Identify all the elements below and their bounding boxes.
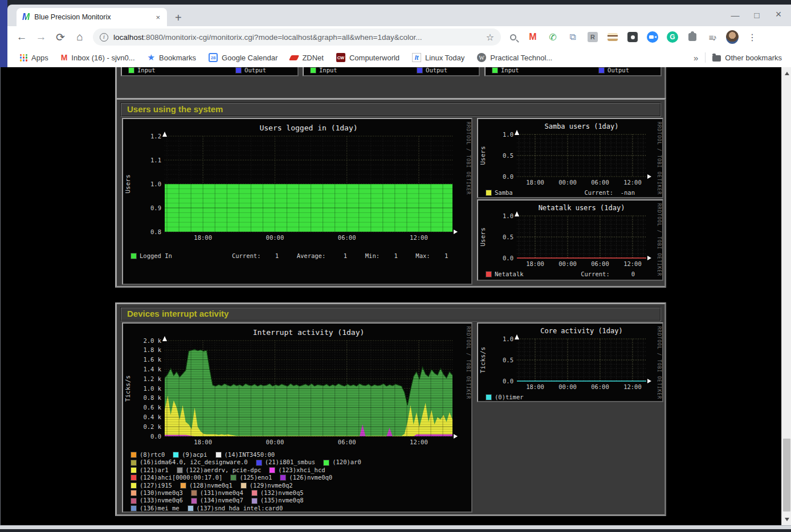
- back-icon[interactable]: ←: [12, 31, 31, 43]
- search-extension-icon[interactable]: [507, 31, 519, 43]
- bookmark-inbox[interactable]: M Inbox (16) - sjvn0...: [61, 53, 135, 62]
- bookmark-bookmarks[interactable]: ★ Bookmarks: [148, 52, 196, 63]
- svg-text:06:00: 06:00: [591, 179, 609, 186]
- svg-text:18:00: 18:00: [194, 234, 212, 241]
- legend-swatch: [241, 483, 246, 488]
- zoom-extension-icon[interactable]: [646, 31, 659, 43]
- legend-swatch: [486, 395, 491, 400]
- legend-swatch: [173, 452, 178, 457]
- scroll-down-arrow[interactable]: [782, 514, 791, 524]
- interrupt_activity-legend: (8)rtc0(9)acpi(14)INT3450:00(16)idma64.0…: [123, 451, 471, 512]
- gmail-extension-icon[interactable]: M: [527, 31, 539, 43]
- interrupts-section-title: Devices interrupt activity: [120, 307, 661, 321]
- svg-text:1.0: 1.0: [503, 335, 513, 342]
- svg-text:0.2 k: 0.2 k: [143, 423, 161, 430]
- svg-text:0.6 k: 0.6 k: [143, 404, 161, 411]
- svg-text:18:00: 18:00: [526, 260, 544, 267]
- legend-swatch: [131, 460, 136, 465]
- svg-text:00:00: 00:00: [558, 260, 577, 267]
- url-text[interactable]: localhost:8080/monitorix-cgi/monitorix.c…: [113, 33, 482, 42]
- svg-text:00:00: 00:00: [266, 234, 284, 241]
- new-tab-button[interactable]: +: [175, 11, 182, 24]
- rrdtool-watermark: RRDTOOL / TOBI OETIKER: [466, 122, 471, 195]
- svg-text:Core activity (1day): Core activity (1day): [540, 327, 623, 335]
- legend-swatch: [231, 475, 236, 480]
- svg-text:0.5: 0.5: [503, 234, 513, 240]
- bookmarks-overflow-chevron[interactable]: »: [694, 53, 698, 63]
- reload-icon[interactable]: ⟳: [51, 31, 70, 44]
- smores-extension-icon[interactable]: [606, 31, 619, 43]
- bookmark-star-icon[interactable]: ☆: [486, 32, 494, 43]
- svg-text:06:00: 06:00: [338, 234, 356, 241]
- rrdtool-watermark: RRDTOOL / TOBI OETIKER: [657, 326, 662, 399]
- legend-swatch: [270, 468, 275, 473]
- reader-extension-icon[interactable]: R: [586, 31, 599, 43]
- gmail-icon: M: [61, 53, 68, 62]
- grammarly-extension-icon[interactable]: G: [666, 31, 679, 43]
- svg-text:0.0: 0.0: [503, 255, 513, 261]
- legend-swatch: [131, 506, 136, 511]
- window-minimize-button[interactable]: —: [731, 10, 740, 20]
- site-info-icon[interactable]: i: [100, 33, 108, 42]
- svg-text:Users: Users: [479, 227, 487, 246]
- svg-text:06:00: 06:00: [338, 439, 356, 445]
- url-path: :8080/monitorix-cgi/monitorix.cgi?mode=l…: [144, 33, 422, 42]
- svg-text:0.8: 0.8: [150, 228, 161, 235]
- bookmark-apps[interactable]: Apps: [20, 54, 48, 62]
- tab-close-icon[interactable]: ×: [153, 12, 162, 23]
- address-bar[interactable]: i localhost:8080/monitorix-cgi/monitorix…: [93, 28, 501, 46]
- bookmark-google-calendar[interactable]: 28 Google Calendar: [209, 53, 278, 62]
- profile-avatar[interactable]: [726, 31, 739, 43]
- samba_users-legend: SambaCurrent: -nan: [478, 189, 662, 197]
- legend-swatch: [181, 483, 186, 488]
- keep-extension-icon[interactable]: [626, 31, 639, 43]
- bookmark-zdnet[interactable]: ZDNet: [290, 54, 324, 62]
- home-icon[interactable]: ⌂: [70, 31, 89, 43]
- bookmark-computerworld[interactable]: CW Computerworld: [336, 53, 399, 62]
- users_logged_in-legend: Logged InCurrent: 1 Average: 1 Min: 1 Ma…: [123, 252, 471, 260]
- svg-text:12:00: 12:00: [410, 234, 428, 241]
- forward-icon[interactable]: →: [31, 31, 51, 43]
- legend-swatch: [131, 468, 136, 473]
- window-close-button[interactable]: ×: [774, 10, 783, 20]
- legend-swatch: [324, 460, 329, 465]
- scroll-up-arrow[interactable]: [782, 68, 791, 78]
- svg-text:00:00: 00:00: [558, 383, 577, 390]
- users-section-title: Users using the system: [120, 103, 661, 117]
- copy-extension-icon[interactable]: ⧉: [566, 31, 579, 43]
- svg-text:00:00: 00:00: [558, 179, 577, 186]
- svg-text:0.0: 0.0: [503, 173, 513, 180]
- playlist-icon[interactable]: ≡♪: [706, 31, 719, 43]
- window-maximize-button[interactable]: □: [752, 10, 761, 20]
- bookmark-practical-technology[interactable]: W Practical Technol...: [477, 53, 552, 62]
- network-graph-panel-1: Input Output: [121, 67, 299, 76]
- other-bookmarks-button[interactable]: Other bookmarks: [712, 54, 782, 62]
- svg-text:Netatalk users (1day): Netatalk users (1day): [539, 204, 625, 212]
- bookmark-linux-today[interactable]: lt Linux Today: [412, 53, 464, 62]
- browser-tab[interactable]: M Blue Precision Monitorix ×: [17, 8, 167, 26]
- output-swatch: [417, 68, 422, 73]
- browser-menu-icon[interactable]: ⋮: [746, 31, 759, 43]
- svg-text:12:00: 12:00: [623, 260, 642, 267]
- svg-text:0.4 k: 0.4 k: [143, 414, 161, 420]
- svg-text:12:00: 12:00: [623, 383, 642, 390]
- svg-text:12:00: 12:00: [623, 179, 642, 186]
- legend-swatch: [131, 475, 136, 480]
- voice-extension-icon[interactable]: ✆: [547, 31, 559, 43]
- legend-swatch: [256, 460, 262, 465]
- extensions-puzzle-icon[interactable]: [686, 31, 699, 43]
- page-scrollbar[interactable]: [781, 67, 791, 525]
- browser-toolbar: ← → ⟳ ⌂ i localhost:8080/monitorix-cgi/m…: [7, 26, 791, 48]
- svg-text:18:00: 18:00: [526, 383, 544, 390]
- svg-text:1.8 k: 1.8 k: [143, 346, 161, 353]
- svg-text:00:00: 00:00: [266, 439, 284, 445]
- wordpress-icon: W: [477, 53, 486, 62]
- svg-text:0.9: 0.9: [150, 204, 161, 211]
- svg-text:0.0: 0.0: [150, 433, 161, 440]
- svg-text:2.0 k: 2.0 k: [143, 337, 161, 344]
- scrollbar-thumb[interactable]: [783, 439, 790, 511]
- svg-text:06:00: 06:00: [591, 260, 609, 267]
- legend-swatch: [177, 468, 182, 473]
- svg-text:18:00: 18:00: [526, 179, 544, 186]
- svg-text:1.0: 1.0: [150, 181, 161, 187]
